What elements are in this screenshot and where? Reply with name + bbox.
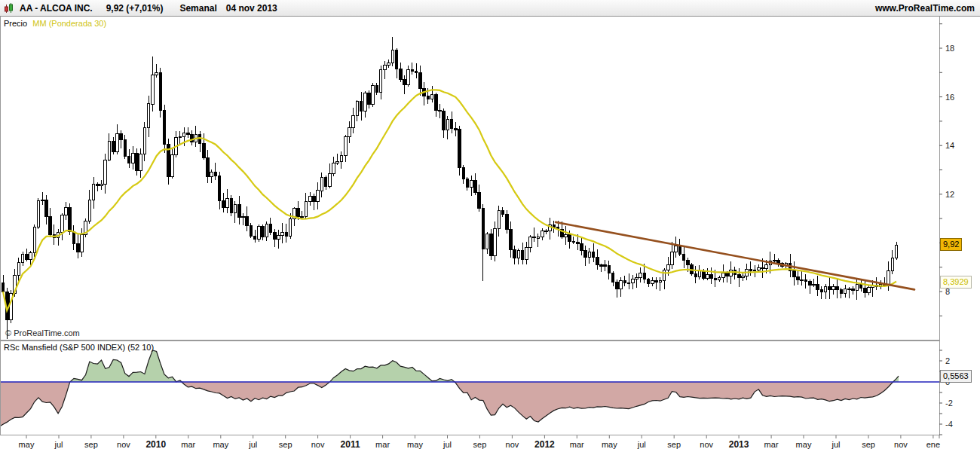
x-axis-year-label: 2013 xyxy=(729,439,749,450)
indicator-value-badge: 0,5563 xyxy=(940,370,972,383)
indicator-tick-label: -2 xyxy=(945,399,953,408)
x-axis-month-label: mar xyxy=(764,440,779,449)
x-axis-month-label: sep xyxy=(279,440,292,449)
indicator-negative-area xyxy=(0,382,899,426)
candles-group xyxy=(2,37,898,339)
x-axis-month-label: sep xyxy=(862,440,875,449)
price-tick-label: 8 xyxy=(945,287,950,296)
x-axis-month-label: nov xyxy=(117,440,130,449)
price-tick-label: 12 xyxy=(945,190,954,199)
price-tick-label: 14 xyxy=(945,141,954,150)
x-axis-month-label: sep xyxy=(667,440,681,449)
date-label: 04 nov 2013 xyxy=(226,3,277,14)
x-axis-month-label: mar xyxy=(181,440,195,449)
indicator-positive-area xyxy=(0,350,899,382)
symbol-title: AA - ALCOA INC. xyxy=(20,3,93,14)
indicator-axis: 20-2-4 xyxy=(939,350,953,435)
quote-value: 9,92 (+7,01%) xyxy=(106,3,164,14)
x-axis-month-label: may xyxy=(19,440,35,449)
x-axis-month-label: nov xyxy=(311,440,325,449)
x-axis-month-label: nov xyxy=(894,440,908,449)
x-axis-year-label: 2010 xyxy=(145,439,166,450)
x-axis-month-label: jul xyxy=(443,440,452,449)
indicator-tick-label: -4 xyxy=(945,420,953,429)
x-axis-month-label: nov xyxy=(700,440,713,449)
indicator-legend: RSc Mansfield (S&P 500 INDEX) (52 10) xyxy=(4,343,154,352)
timeframe-label: Semanal xyxy=(179,3,216,14)
copyright-text: © ProRealTime.com xyxy=(5,328,80,337)
x-axis-year-label: 2011 xyxy=(341,439,360,450)
indicator-chart-canvas[interactable]: 20-2-4 xyxy=(0,341,980,435)
website-link[interactable]: www.ProRealTime.com xyxy=(875,3,975,14)
x-axis-month-label: mar xyxy=(570,440,584,449)
x-axis-month-label: mar xyxy=(375,440,390,449)
x-axis-month-label: jul xyxy=(831,440,840,449)
legend-ma-label: MM (Ponderada 30) xyxy=(32,19,106,28)
x-axis-month-label: may xyxy=(407,440,423,449)
price-tick-label: 18 xyxy=(945,44,954,53)
legend-price-label: Precio xyxy=(4,19,27,28)
ma-value-badge: 8,3929 xyxy=(940,276,972,289)
x-axis-month-label: nov xyxy=(506,440,519,449)
x-axis-month-label: may xyxy=(796,440,812,449)
x-axis-month-label: jul xyxy=(637,440,646,449)
time-axis[interactable]: mayjulsepnov2010marmayjulsepnov2011marma… xyxy=(0,435,980,452)
price-panel-legend: Precio MM (Ponderada 30) xyxy=(4,19,106,28)
chart-header-bar: AA - ALCOA INC. 9,92 (+7,01%) Semanal 04… xyxy=(0,0,980,17)
x-axis-month-label: sep xyxy=(84,440,98,449)
price-axis: 18161412108 xyxy=(939,24,954,316)
x-axis-month-label: jul xyxy=(54,440,63,449)
indicator-tick-label: 2 xyxy=(945,356,950,365)
price-tick-label: 16 xyxy=(945,93,954,102)
last-price-badge: 9,92 xyxy=(940,238,962,251)
x-axis-month-label: jul xyxy=(248,440,257,449)
price-chart-canvas[interactable]: 18161412108 xyxy=(0,17,980,341)
x-axis-year-label: 2012 xyxy=(534,439,555,450)
x-axis-month-label: sep xyxy=(473,440,487,449)
x-axis-month-label: may xyxy=(213,440,228,449)
prorealtime-window: AA - ALCOA INC. 9,92 (+7,01%) Semanal 04… xyxy=(0,0,980,452)
x-axis-month-label: ene xyxy=(926,440,940,449)
x-axis-month-label: may xyxy=(602,440,617,449)
candlestick-chart-icon xyxy=(4,2,15,14)
